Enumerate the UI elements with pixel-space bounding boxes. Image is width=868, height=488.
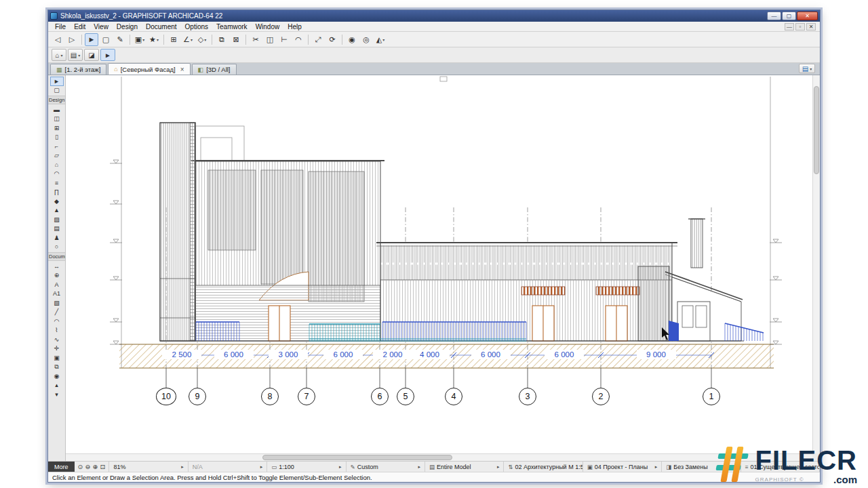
zoom-in-icon[interactable]: ⊕	[92, 463, 98, 470]
dimension-standard-field[interactable]: ⇅02 Архитектурный М 1:50▸	[504, 462, 583, 472]
vertical-scroll-thumb[interactable]	[814, 86, 819, 174]
slab-tool[interactable]: ▱	[50, 151, 64, 161]
shell-tool[interactable]: ◠	[50, 169, 64, 179]
marquee-tool[interactable]: ▢	[50, 86, 64, 96]
lamp-tool[interactable]: ○	[50, 243, 64, 252]
arc-tool[interactable]: ◠	[50, 317, 64, 326]
group-icon[interactable]: ⧉	[215, 33, 229, 46]
move-icon[interactable]: ⤢	[311, 33, 325, 46]
default-settings-icon[interactable]: ⌂▾	[52, 49, 66, 61]
arrow-tool[interactable]: ►	[50, 77, 64, 86]
spline-tool[interactable]: ∿	[50, 335, 64, 344]
mdi-close-button[interactable]: ✕	[806, 23, 816, 30]
grid-snap-icon[interactable]: ⊞	[167, 33, 180, 46]
toolbox-scroll-down-icon[interactable]: ▾	[50, 390, 64, 399]
minimize-button[interactable]: —	[767, 12, 781, 20]
horizontal-scroll-thumb[interactable]	[262, 455, 452, 460]
guide-lines-icon[interactable]: ∠▾	[181, 33, 195, 46]
figure-tool[interactable]: ▣	[50, 353, 64, 363]
pick-up-parameters-icon[interactable]: ◉	[345, 33, 359, 46]
vertical-scrollbar[interactable]	[812, 75, 820, 453]
menu-options[interactable]: Options	[181, 23, 212, 30]
scroll-zoom-icon[interactable]: ⊙	[78, 463, 83, 470]
menu-edit[interactable]: Edit	[70, 23, 90, 30]
drawing-tool[interactable]: ⧉	[50, 363, 64, 372]
mdi-restore-button[interactable]: ▫	[795, 23, 805, 30]
adjust-icon[interactable]: ⊢	[277, 33, 291, 46]
snap-points-icon[interactable]: ◇▾	[195, 33, 209, 46]
inject-parameters-icon[interactable]: ◎	[359, 33, 373, 46]
elevation-drawing	[66, 75, 805, 455]
menu-view[interactable]: View	[90, 23, 113, 30]
morph-tool[interactable]: ◆	[50, 197, 64, 206]
back-icon[interactable]: ◁	[51, 33, 64, 46]
camera-tool[interactable]: ◉	[50, 371, 64, 381]
beam-tool[interactable]: ⌐	[50, 142, 64, 151]
column-tool[interactable]: ▯	[50, 133, 64, 142]
menu-window[interactable]: Window	[252, 23, 284, 30]
line-tool[interactable]: ╱	[50, 308, 64, 317]
tab-3[interactable]: ◧[3D / All]	[192, 64, 237, 75]
roof-tool[interactable]: ⌂	[50, 160, 64, 169]
wall-tool[interactable]: ▬	[50, 105, 64, 115]
suspend-groups-icon[interactable]: ⊠	[229, 33, 243, 46]
curtain-wall-tool[interactable]: ▤	[50, 224, 64, 234]
rotate-icon[interactable]: ⟳	[326, 33, 339, 46]
horizontal-scrollbar[interactable]	[66, 453, 812, 461]
menu-teamwork[interactable]: Teamwork	[212, 23, 252, 30]
door-tool[interactable]: ◫	[50, 115, 64, 124]
selection-style-icon[interactable]: ▤▾	[68, 49, 83, 61]
trim-icon[interactable]: ✂	[249, 33, 262, 46]
dimension-tool[interactable]: ↔	[50, 262, 64, 271]
split-icon[interactable]: ◫	[263, 33, 277, 46]
tab-close-icon[interactable]: ×	[180, 66, 184, 73]
fit-in-window-icon[interactable]: ⊡	[100, 463, 105, 470]
renovation-status-icon[interactable]: ◪	[84, 49, 99, 61]
mesh-tool[interactable]: ▲	[50, 206, 64, 216]
object-tool[interactable]: ♟	[50, 233, 64, 243]
window-tool[interactable]: ⊞	[50, 123, 64, 133]
arrow-mode-icon[interactable]: ►	[100, 49, 115, 61]
favorites-icon[interactable]: ★▾	[147, 33, 161, 46]
zoom-level-field[interactable]: 81%▸	[109, 462, 188, 472]
hotspot-tool[interactable]: ✛	[50, 344, 64, 354]
pen-tool-icon[interactable]: ✎	[113, 33, 127, 46]
arrow-tool-icon[interactable]: ►	[85, 33, 98, 46]
scale-field[interactable]: ▭1:100▸	[267, 462, 346, 472]
fill-tool[interactable]: ▧	[50, 298, 64, 308]
title-bar[interactable]: Shkola_iskusstv_2 - GRAPHISOFT ARCHICAD-…	[48, 10, 820, 22]
menu-file[interactable]: File	[51, 23, 70, 30]
structure-display-field[interactable]: ▤Entire Model▸	[425, 462, 504, 472]
stair-tool[interactable]: ≡	[50, 178, 64, 188]
tab-1[interactable]: ▦[1. 2-й этаж]	[50, 64, 106, 75]
forward-icon[interactable]: ▷	[65, 33, 79, 46]
level-dimension-tool[interactable]: ⊕	[50, 271, 64, 281]
element-settings-icon[interactable]: ▣▾	[133, 33, 146, 46]
railing-tool[interactable]: ∏	[50, 188, 64, 197]
pen-set-field[interactable]: ✎Custom▸	[347, 462, 425, 472]
drawing-canvas[interactable]: 109876543212 5006 0003 0006 0002 0004 00…	[66, 75, 820, 461]
polyline-tool[interactable]: ⌇	[50, 326, 64, 336]
mdi-controls: — ▫ ✕	[785, 23, 817, 30]
watermark-suffix: .com	[833, 474, 857, 485]
3d-visualization-icon[interactable]: ◭▾	[374, 33, 387, 46]
mdi-minimize-button[interactable]: —	[785, 23, 794, 30]
menu-document[interactable]: Document	[142, 23, 181, 30]
layer-combination-field[interactable]: ▣04 Проект - Планы▸	[583, 462, 662, 472]
text-tool[interactable]: A	[50, 280, 64, 289]
menu-help[interactable]: Help	[283, 23, 306, 30]
zoom-out-icon[interactable]: ⊖	[85, 463, 90, 470]
toolbox-scroll-up-icon[interactable]: ▴	[50, 381, 64, 390]
fillet-icon[interactable]: ◠	[292, 33, 305, 46]
marquee-tool-icon[interactable]: ▢	[99, 33, 113, 46]
close-button[interactable]: ✕	[797, 12, 818, 20]
position-field[interactable]: N/A▸	[189, 462, 267, 472]
more-button[interactable]: More	[48, 462, 75, 472]
zone-tool[interactable]: ▨	[50, 215, 64, 224]
elevation-icon: ⌂	[114, 66, 117, 73]
maximize-button[interactable]: ▢	[782, 12, 796, 20]
tab-2[interactable]: ⌂[Северный Фасад]×	[108, 63, 190, 75]
menu-design[interactable]: Design	[113, 23, 142, 30]
pop-up-navigator-icon[interactable]: ▤▾	[799, 64, 815, 73]
label-tool[interactable]: A1	[50, 289, 64, 299]
